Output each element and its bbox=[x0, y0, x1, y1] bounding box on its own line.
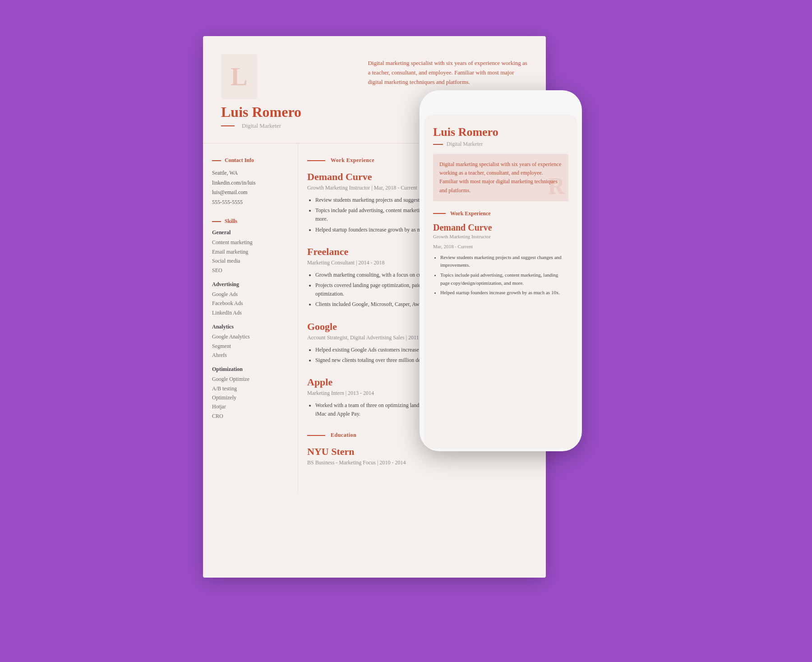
mobile-bullet-item: Helped startup founders increase growth … bbox=[440, 289, 568, 297]
skill-content-marketing: Content marketing bbox=[212, 238, 289, 247]
mobile-job-meta-line1: Growth Marketing Instructor bbox=[433, 234, 568, 239]
job-title: Digital Marketer bbox=[242, 122, 281, 130]
contact-heading: Contact Info bbox=[212, 157, 289, 164]
work-experience-label: Work Experience bbox=[331, 157, 374, 164]
skills-analytics: Analytics Google Analytics Segment Ahref… bbox=[212, 324, 289, 360]
mobile-job-bullets: Review students marketing projects and s… bbox=[433, 254, 568, 297]
monogram-letter: L bbox=[231, 62, 247, 91]
skills-optimization: Optimization Google Optimize A/B testing… bbox=[212, 366, 289, 421]
school-meta: BS Business - Marketing Focus | 2010 - 2… bbox=[307, 459, 532, 466]
skill-seo: SEO bbox=[212, 266, 289, 275]
skill-optimizely: Optimizely bbox=[212, 393, 289, 402]
contact-email: luis@email.com bbox=[212, 188, 289, 198]
skill-cro: CRO bbox=[212, 412, 289, 421]
page-container: L Luis Romero Digital Marketer Digital m… bbox=[203, 36, 609, 578]
summary-text: Digital marketing specialist with six ye… bbox=[368, 59, 528, 87]
skill-segment: Segment bbox=[212, 342, 289, 351]
contact-line bbox=[212, 160, 221, 161]
skill-google-optimize: Google Optimize bbox=[212, 375, 289, 384]
mobile-work-line bbox=[433, 213, 446, 214]
general-title: General bbox=[212, 229, 289, 236]
skills-section: Skills General Content marketing Email m… bbox=[212, 218, 289, 421]
phone-screen: Luis Romero Digital Marketer Digital mar… bbox=[424, 115, 577, 449]
mobile-summary-text: Digital marketing specialist with six ye… bbox=[439, 160, 562, 195]
skill-ahrefs: Ahrefs bbox=[212, 351, 289, 360]
mobile-name: Luis Romero bbox=[433, 125, 568, 139]
skill-google-analytics: Google Analytics bbox=[212, 332, 289, 341]
skill-linkedin-ads: LinkedIn Ads bbox=[212, 308, 289, 317]
mobile-title-line bbox=[433, 144, 443, 145]
mobile-job-company: Demand Curve bbox=[433, 222, 568, 233]
contact-info: Seattle, WA linkedin.com/in/luis luis@em… bbox=[212, 168, 289, 207]
advertising-title: Advertising bbox=[212, 281, 289, 288]
skills-general: General Content marketing Email marketin… bbox=[212, 229, 289, 275]
mobile-job-meta-line2: Mar, 2018 - Current bbox=[433, 244, 568, 249]
skills-heading: Skills bbox=[212, 218, 289, 225]
skill-email-marketing: Email marketing bbox=[212, 247, 289, 256]
education-heading-line bbox=[307, 435, 325, 436]
optimization-title: Optimization bbox=[212, 366, 289, 373]
mobile-wrapper: Luis Romero Digital Marketer Digital mar… bbox=[420, 90, 582, 451]
sidebar: Contact Info Seattle, WA linkedin.com/in… bbox=[203, 144, 298, 493]
contact-linkedin: linkedin.com/in/luis bbox=[212, 178, 289, 188]
monogram-block: L bbox=[221, 54, 257, 99]
skills-line bbox=[212, 221, 221, 222]
contact-section: Contact Info Seattle, WA linkedin.com/in… bbox=[212, 157, 289, 207]
mobile-bullet-item: Review students marketing projects and s… bbox=[440, 254, 568, 269]
skills-advertising: Advertising Google Ads Facebook Ads Link… bbox=[212, 281, 289, 317]
skill-facebook-ads: Facebook Ads bbox=[212, 299, 289, 308]
mobile-phone: Luis Romero Digital Marketer Digital mar… bbox=[420, 90, 582, 451]
header-right: Digital marketing specialist with six ye… bbox=[368, 54, 528, 87]
mobile-work-label: Work Experience bbox=[450, 210, 491, 217]
skill-ab-testing: A/B testing bbox=[212, 384, 289, 393]
phone-notch bbox=[474, 99, 528, 110]
mobile-summary: Digital marketing specialist with six ye… bbox=[433, 154, 568, 201]
contact-phone: 555-555-5555 bbox=[212, 198, 289, 208]
full-name: Luis Romero bbox=[221, 104, 354, 120]
mobile-work-heading: Work Experience bbox=[433, 210, 568, 217]
work-heading-line bbox=[307, 160, 325, 161]
analytics-title: Analytics bbox=[212, 324, 289, 330]
mobile-title: Digital Marketer bbox=[447, 141, 483, 148]
job-title-line: Digital Marketer bbox=[221, 122, 354, 130]
education-label: Education bbox=[331, 432, 356, 439]
header-left: L Luis Romero Digital Marketer bbox=[221, 54, 354, 130]
mobile-subtitle: Digital Marketer bbox=[433, 141, 568, 148]
mobile-bullet-item: Topics include paid advertising, content… bbox=[440, 271, 568, 287]
contact-city: Seattle, WA bbox=[212, 168, 289, 178]
name-title: Luis Romero Digital Marketer bbox=[221, 104, 354, 130]
title-divider bbox=[221, 125, 235, 126]
skill-social-media: Social media bbox=[212, 256, 289, 265]
skills-label: Skills bbox=[225, 218, 237, 225]
skill-google-ads: Google Ads bbox=[212, 290, 289, 299]
contact-label: Contact Info bbox=[225, 157, 254, 164]
skill-hotjar: Hotjar bbox=[212, 402, 289, 411]
